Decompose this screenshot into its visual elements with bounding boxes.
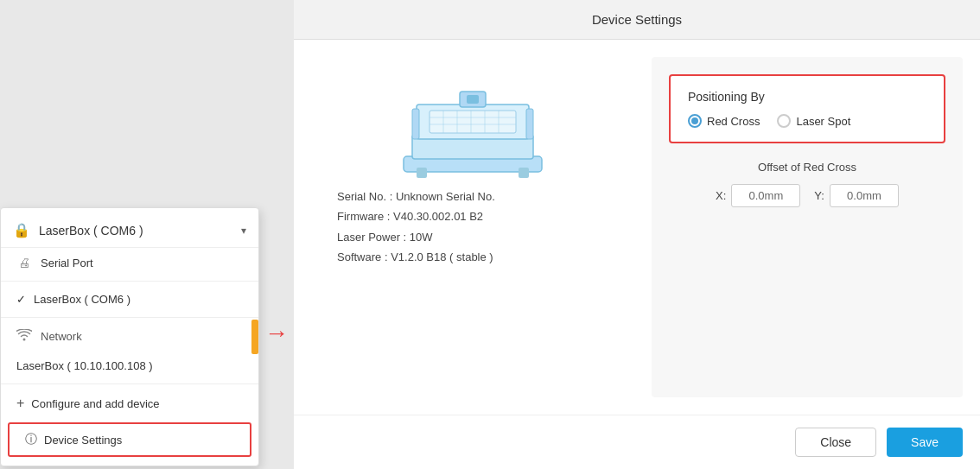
offset-y-input[interactable] xyxy=(830,184,899,207)
laser-power-value: 10W xyxy=(410,231,433,244)
firmware-label: Firmware : xyxy=(337,210,390,223)
divider xyxy=(1,281,258,282)
right-arrow: → xyxy=(264,320,289,347)
checkmark-icon: ✓ xyxy=(16,293,29,306)
sidebar-item-laserbox-ip[interactable]: LaserBox ( 10.10.100.108 ) xyxy=(1,352,258,380)
sidebar-item-configure-add[interactable]: + Configure and add device xyxy=(1,388,258,419)
radio-option-red-cross[interactable]: Red Cross xyxy=(688,114,760,128)
radio-red-cross[interactable] xyxy=(688,114,702,128)
device-illustration xyxy=(386,57,559,187)
close-button[interactable]: Close xyxy=(795,428,876,457)
laserbox-ip-label: LaserBox ( 10.10.100.108 ) xyxy=(16,359,153,372)
scroll-indicator xyxy=(251,320,258,354)
device-section: Serial No. : Unknown Serial No. Firmware… xyxy=(311,57,634,397)
radio-group: Red Cross Laser Spot xyxy=(688,114,926,128)
sidebar-item-laserbox-com6[interactable]: ✓ LaserBox ( COM6 ) xyxy=(1,285,258,314)
svg-rect-12 xyxy=(467,95,479,104)
offset-y-field: Y: xyxy=(814,184,899,207)
svg-rect-16 xyxy=(519,168,529,178)
laser-power-row: Laser Power : 10W xyxy=(337,227,495,247)
device-settings-label: Device Settings xyxy=(44,434,122,447)
radio-laser-spot[interactable] xyxy=(777,114,791,128)
settings-section: Positioning By Red Cross Laser Spot Offs… xyxy=(652,57,963,397)
offset-x-label: X: xyxy=(716,189,726,202)
serial-no-value: Unknown Serial No. xyxy=(396,190,495,203)
serial-no-row: Serial No. : Unknown Serial No. xyxy=(337,187,495,206)
radio-option-laser-spot[interactable]: Laser Spot xyxy=(777,114,850,128)
software-label: Software : xyxy=(337,250,388,263)
plus-icon: + xyxy=(16,396,24,411)
network-label: Network xyxy=(41,330,82,343)
serial-no-label: Serial No. : xyxy=(337,190,392,203)
info-icon: ⓘ xyxy=(25,432,37,447)
laser-power-label: Laser Power : xyxy=(337,231,406,244)
positioning-title: Positioning By xyxy=(688,90,926,104)
offset-inputs: X: Y: xyxy=(672,184,942,207)
device-info: Serial No. : Unknown Serial No. Firmware… xyxy=(337,187,495,268)
wifi-icon xyxy=(16,329,32,344)
offset-x-field: X: xyxy=(716,184,800,207)
divider2 xyxy=(1,317,258,318)
firmware-value: V40.30.002.01 B2 xyxy=(393,210,483,223)
svg-rect-14 xyxy=(526,109,533,139)
positioning-box: Positioning By Red Cross Laser Spot xyxy=(669,74,945,143)
divider3 xyxy=(1,383,258,384)
firmware-row: Firmware : V40.30.002.01 B2 xyxy=(337,206,495,226)
radio-laser-spot-label: Laser Spot xyxy=(796,115,850,128)
offset-x-input[interactable] xyxy=(731,184,800,207)
sidebar-item-serial-port[interactable]: 🖨 Serial Port xyxy=(1,248,258,277)
lock-icon: 🔒 xyxy=(13,222,30,238)
software-row: Software : V1.2.0 B18 ( stable ) xyxy=(337,247,495,267)
serial-port-label: Serial Port xyxy=(41,257,93,269)
device-selector-header[interactable]: 🔒 LaserBox ( COM6 ) ▾ xyxy=(1,213,258,248)
offset-y-label: Y: xyxy=(814,189,824,202)
radio-red-cross-label: Red Cross xyxy=(707,115,760,128)
svg-rect-15 xyxy=(417,168,427,178)
main-panel: Device Settings xyxy=(294,0,980,469)
configure-add-label: Configure and add device xyxy=(31,397,159,410)
sidebar-item-network[interactable]: Network xyxy=(1,321,258,352)
printer-icon: 🖨 xyxy=(16,256,32,269)
main-footer: Close Save xyxy=(294,415,980,469)
svg-rect-3 xyxy=(430,111,516,133)
sidebar-item-device-settings[interactable]: ⓘ Device Settings xyxy=(8,422,251,457)
main-title: Device Settings xyxy=(592,12,682,27)
sidebar-panel: 🔒 LaserBox ( COM6 ) ▾ 🖨 Serial Port ✓ La… xyxy=(0,207,259,466)
laserbox-com6-label: LaserBox ( COM6 ) xyxy=(34,293,130,306)
main-content: Serial No. : Unknown Serial No. Firmware… xyxy=(294,40,980,415)
offset-section: Offset of Red Cross X: Y: xyxy=(669,161,945,207)
selected-device-label: LaserBox ( COM6 ) xyxy=(39,224,241,238)
software-value: V1.2.0 B18 ( stable ) xyxy=(391,250,493,263)
chevron-down-icon: ▾ xyxy=(241,225,246,237)
main-title-bar: Device Settings xyxy=(294,0,980,40)
svg-rect-13 xyxy=(412,109,419,139)
offset-title: Offset of Red Cross xyxy=(672,161,942,174)
save-button[interactable]: Save xyxy=(887,428,963,457)
